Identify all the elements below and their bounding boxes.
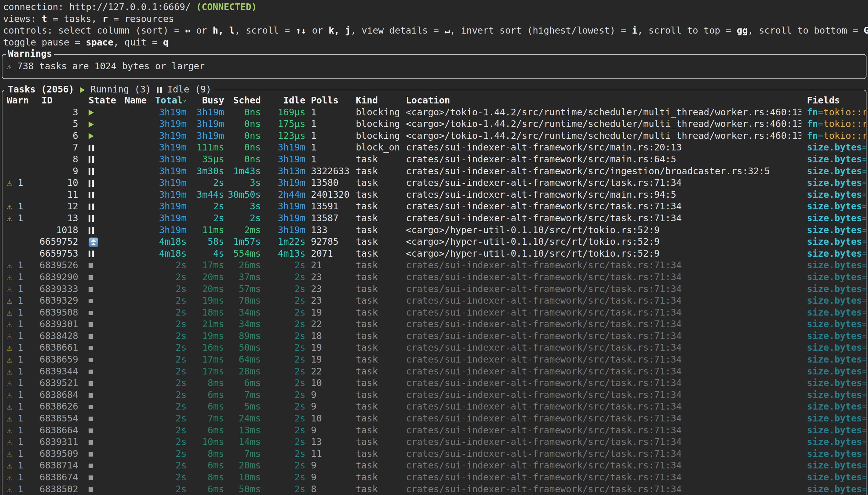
cell-id: 6838554	[38, 413, 78, 425]
paused-icon	[88, 192, 94, 198]
cell-busy: 2s	[187, 212, 224, 224]
cell-state	[78, 401, 124, 413]
cell-warn: ⚠ 1	[2, 436, 38, 448]
task-row[interactable]: ⚠ 168384282s19ms89ms2s18taskcrates/sui-i…	[2, 330, 866, 342]
column-header-kind[interactable]: Kind	[350, 95, 400, 106]
warning-icon: ⚠	[7, 330, 12, 341]
cell-location: crates/sui-indexer-alt-framework/src/tas…	[400, 401, 801, 413]
cell-fields: size.bytes=	[801, 295, 866, 307]
warning-icon: ⚠	[7, 260, 12, 270]
cell-polls: 23	[305, 271, 350, 283]
column-header-id[interactable]: ID	[38, 95, 78, 106]
cell-sched: 0ns	[224, 106, 261, 118]
cell-name	[124, 295, 155, 307]
done-icon	[88, 381, 93, 386]
task-row[interactable]: 83h19m35µs0ns3h19m1taskcrates/sui-indexe…	[2, 154, 866, 166]
task-row[interactable]: ⚠ 168386642s6ms13ms2s9taskcrates/sui-ind…	[2, 425, 866, 437]
task-row[interactable]: ⚠ 168393332s20ms57ms2s23taskcrates/sui-i…	[2, 283, 866, 295]
column-header-fields[interactable]: Fields	[801, 95, 866, 106]
task-row[interactable]: ⚠ 168395212s8ms6ms2s10taskcrates/sui-ind…	[2, 377, 866, 389]
column-header-idle[interactable]: Idle	[261, 95, 305, 106]
field-key: size.bytes	[807, 460, 862, 471]
cell-sched: 34ms	[224, 318, 261, 330]
task-row[interactable]: 33h19m3h19m0ns169µs1blocking<cargo>/toki…	[2, 106, 866, 118]
column-header-busy[interactable]: Busy	[187, 95, 224, 106]
cell-polls: 19	[305, 342, 350, 354]
cell-sched: 0ns	[224, 142, 261, 154]
cell-polls: 13580	[305, 177, 350, 189]
header-info: connection: http://127.0.0.1:6669/ (CONN…	[3, 1, 868, 48]
cell-busy: 6ms	[187, 401, 224, 413]
task-row[interactable]: ⚠ 168393292s19ms78ms2s23taskcrates/sui-i…	[2, 295, 866, 307]
warn-count: 1	[12, 284, 23, 294]
cell-warn	[2, 224, 38, 236]
task-row[interactable]: ⚠ 168393442s17ms28ms2s22taskcrates/sui-i…	[2, 365, 866, 377]
task-row[interactable]: ⚠ 168386742s8ms10ms2s9taskcrates/sui-ind…	[2, 472, 866, 483]
task-row[interactable]: ⚠ 168386262s6ms5ms2s9taskcrates/sui-inde…	[2, 401, 866, 413]
task-row[interactable]: ⚠ 168386612s16ms50ms2s19taskcrates/sui-i…	[2, 342, 866, 354]
task-row[interactable]: 10183h19m11ms2ms3h19m133task<cargo>/hype…	[2, 224, 866, 236]
done-icon	[88, 416, 93, 421]
cell-kind: blocking	[350, 130, 400, 142]
field-equals: =	[862, 236, 866, 247]
column-header-polls[interactable]: Polls	[305, 95, 350, 106]
task-row[interactable]: ⚠ 168393112s10ms14ms2s13taskcrates/sui-i…	[2, 436, 866, 448]
task-row[interactable]: ⚠ 1123h19m2s3s3h19m13591taskcrates/sui-i…	[2, 201, 866, 212]
cell-sched: 78ms	[224, 295, 261, 307]
task-row[interactable]: ⚠ 168387142s6ms20ms2s9taskcrates/sui-ind…	[2, 460, 866, 472]
task-row[interactable]: 66597524m18s58s1m57s1m22s92785task<cargo…	[2, 236, 866, 248]
column-header-location[interactable]: Location	[400, 95, 801, 106]
warning-icon: ⚠	[7, 201, 12, 211]
cell-polls: 13587	[305, 212, 350, 224]
done-icon	[88, 476, 93, 480]
task-row[interactable]: ⚠ 168385022s6ms50ms2s8taskcrates/sui-ind…	[2, 483, 866, 495]
cell-warn: ⚠ 1	[2, 413, 38, 425]
cell-location: crates/sui-indexer-alt-framework/src/tas…	[400, 201, 801, 212]
done-icon	[88, 440, 93, 445]
cell-idle: 2s	[261, 307, 305, 319]
field-key: size.bytes	[807, 472, 862, 482]
cell-idle: 2s	[261, 401, 305, 413]
cell-polls: 13591	[305, 201, 350, 212]
warn-count: 1	[12, 319, 23, 329]
column-header-total[interactable]: Total▿	[155, 95, 187, 106]
cell-state	[78, 483, 124, 495]
column-header-name[interactable]: Name	[124, 95, 155, 106]
cell-id: 6839508	[38, 307, 78, 319]
warning-icon: ⚠	[7, 437, 12, 447]
cell-busy: 16ms	[187, 342, 224, 354]
task-row[interactable]: ⚠ 168395082s18ms34ms2s19taskcrates/sui-i…	[2, 307, 866, 319]
column-header-state[interactable]: State	[78, 95, 124, 106]
warning-icon: ⚠	[7, 448, 12, 459]
task-row[interactable]: ⚠ 168393012s21ms34ms2s22taskcrates/sui-i…	[2, 318, 866, 330]
task-row[interactable]: ⚠ 168395092s8ms7ms2s11taskcrates/sui-ind…	[2, 448, 866, 460]
cell-sched: 89ms	[224, 330, 261, 342]
warning-icon: ⚠	[7, 284, 12, 294]
cell-idle: 123µs	[261, 130, 305, 142]
task-row[interactable]: ⚠ 168385542s7ms24ms2s10taskcrates/sui-in…	[2, 413, 866, 425]
task-row[interactable]: 73h19m111ms0ns3h19m1block_oncrates/sui-i…	[2, 142, 866, 154]
cell-idle: 2s	[261, 271, 305, 283]
task-row[interactable]: 63h19m3h19m0ns123µs1blocking<cargo>/toki…	[2, 130, 866, 142]
task-row[interactable]: ⚠ 1103h19m2s3s3h19m13580taskcrates/sui-i…	[2, 177, 866, 189]
task-row[interactable]: 66597534m18s4s554ms4m13s2071task<cargo>/…	[2, 248, 866, 260]
cell-kind: task	[350, 342, 400, 354]
cell-fields: size.bytes=	[801, 248, 866, 260]
cell-location: crates/sui-indexer-alt-framework/src/tas…	[400, 413, 801, 425]
task-row[interactable]: ⚠ 1133h19m2s2s3h19m13587taskcrates/sui-i…	[2, 212, 866, 224]
warn-count: 1	[12, 377, 23, 388]
warn-count: 1	[12, 295, 23, 306]
task-row[interactable]: ⚠ 168392902s20ms37ms2s23taskcrates/sui-i…	[2, 271, 866, 283]
task-row[interactable]: ⚠ 168386842s6ms7ms2s9taskcrates/sui-inde…	[2, 389, 866, 401]
field-equals: =	[862, 354, 866, 365]
task-row[interactable]: ⚠ 168386592s17ms64ms2s19taskcrates/sui-i…	[2, 354, 866, 365]
task-row[interactable]: 93h19m3m30s1m43s3h13m3322633taskcrates/s…	[2, 166, 866, 177]
task-row[interactable]: 113h19m3m44s30m50s2h44m2401320taskcrates…	[2, 189, 866, 201]
task-row[interactable]: ⚠ 168395262s17ms26ms2s21taskcrates/sui-i…	[2, 259, 866, 271]
task-row[interactable]: 53h19m3h19m0ns175µs1blocking<cargo>/toki…	[2, 118, 866, 130]
cell-location: crates/sui-indexer-alt-framework/src/tas…	[400, 472, 801, 483]
warning-icon: ⚠	[7, 177, 12, 188]
column-header-sched[interactable]: Sched	[224, 95, 261, 106]
column-header-warn[interactable]: Warn	[2, 95, 38, 106]
warn-count: 1	[12, 460, 23, 471]
